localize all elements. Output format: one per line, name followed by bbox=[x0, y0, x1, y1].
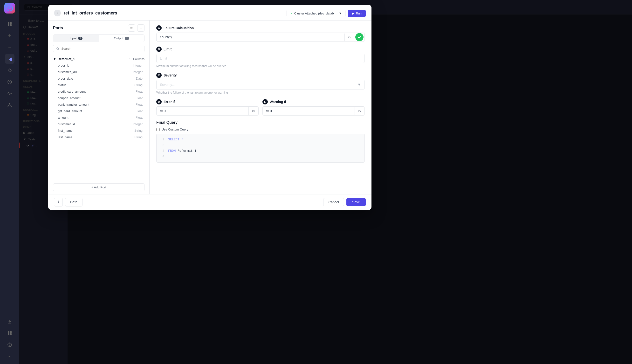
cluster-bar: ✓ Cluster Attached (dev_databr... ▼ ▶ Ru… bbox=[286, 10, 366, 17]
failure-calc-title: Failure Calcualtion bbox=[164, 26, 194, 30]
svg-rect-15 bbox=[8, 333, 10, 335]
limit-label-row: B Limit bbox=[156, 46, 365, 52]
code-blank-4 bbox=[168, 154, 170, 159]
modal-body: Ports ✏ + Input 1 Output bbox=[48, 20, 372, 194]
cluster-label: Cluster Attached (dev_databr... bbox=[294, 12, 338, 15]
use-custom-query-checkbox[interactable] bbox=[156, 128, 160, 131]
main-content: Proje... ← Back to p... ⬡ HelloW... Mode… bbox=[19, 0, 632, 364]
error-if-input[interactable] bbox=[156, 106, 248, 115]
error-if-badge: D bbox=[156, 99, 162, 104]
failure-calc-input-row: fx bbox=[156, 32, 365, 42]
limit-title: Limit bbox=[164, 47, 172, 51]
data-button[interactable]: Data bbox=[65, 198, 82, 206]
clock-icon[interactable] bbox=[5, 77, 14, 87]
more-icon[interactable]: ··· bbox=[5, 352, 14, 361]
column-row-order-date: order_date Date bbox=[53, 75, 144, 82]
column-type: Float bbox=[136, 96, 142, 100]
column-row-last-name: last_name String bbox=[53, 134, 144, 140]
activity-icon[interactable] bbox=[5, 89, 14, 98]
ports-edit-button[interactable]: ✏ bbox=[128, 24, 135, 32]
failure-calc-badge: A bbox=[156, 25, 162, 31]
svg-point-1 bbox=[8, 7, 11, 10]
cluster-attached-button[interactable]: ✓ Cluster Attached (dev_databr... ▼ bbox=[286, 10, 346, 17]
error-warning-section: D Error If fx E Warning If bbox=[156, 99, 365, 116]
column-row-first-name: first_name String bbox=[53, 127, 144, 134]
modal-footer: ℹ Data Cancel Save bbox=[48, 194, 372, 210]
failure-calc-fx-button[interactable]: fx bbox=[344, 34, 354, 41]
info-button[interactable]: ℹ bbox=[54, 198, 63, 206]
limit-section: B Limit Maximum number of failing record… bbox=[156, 46, 365, 68]
warning-if-badge: E bbox=[262, 99, 268, 104]
column-type: Float bbox=[136, 90, 142, 93]
modal-close-button[interactable]: × bbox=[54, 10, 61, 16]
cancel-button[interactable]: Cancel bbox=[323, 198, 344, 206]
column-group-header: ▼ Reformat_1 16 Columns bbox=[53, 55, 144, 62]
column-row-status: status String bbox=[53, 82, 144, 88]
back-nav-icon[interactable]: ← bbox=[5, 42, 14, 52]
tab-input-label: Input bbox=[70, 36, 77, 40]
severity-select[interactable]: Severity... ▼ bbox=[156, 80, 365, 90]
ports-add-button[interactable]: + bbox=[137, 24, 144, 32]
column-name: credit_card_amount bbox=[58, 90, 86, 93]
app-logo[interactable] bbox=[4, 3, 15, 14]
footer-left: ℹ Data bbox=[54, 198, 82, 206]
expand-arrow-icon[interactable]: ▼ bbox=[53, 57, 56, 61]
project-icon[interactable] bbox=[5, 19, 14, 29]
form-panel: A Failure Calcualtion fx bbox=[150, 20, 372, 194]
svg-point-9 bbox=[8, 106, 8, 107]
tab-output-label: Output bbox=[114, 36, 123, 40]
tag-icon[interactable] bbox=[5, 66, 14, 75]
code-block: 1 SELECT * 2 3 FROM Reformat_1 bbox=[156, 134, 365, 162]
svg-rect-14 bbox=[10, 331, 12, 333]
tab-input[interactable]: Input 1 bbox=[53, 35, 99, 42]
failure-calc-input[interactable] bbox=[156, 33, 344, 42]
warning-if-input[interactable] bbox=[263, 106, 354, 115]
modal-title: ref_int_orders_customers bbox=[64, 10, 117, 16]
column-name: gift_card_amount bbox=[58, 109, 82, 113]
column-row-coupon: coupon_amount Float bbox=[53, 95, 144, 101]
error-if-input-row: fx bbox=[156, 106, 258, 116]
svg-rect-4 bbox=[8, 24, 10, 26]
nodes-icon[interactable] bbox=[5, 100, 14, 110]
save-button[interactable]: Save bbox=[346, 198, 366, 206]
column-type: Float bbox=[136, 103, 142, 106]
limit-input[interactable] bbox=[156, 54, 365, 63]
add-port-button[interactable]: + Add Port bbox=[53, 183, 144, 191]
help-icon[interactable] bbox=[5, 340, 14, 350]
column-type: Float bbox=[136, 109, 142, 113]
code-blank-2 bbox=[168, 142, 170, 148]
column-row-order-id: order_id Integer bbox=[53, 62, 144, 69]
svg-rect-2 bbox=[8, 22, 10, 24]
error-if-fx-button[interactable]: fx bbox=[248, 107, 258, 115]
warning-if-fx-button[interactable]: fx bbox=[354, 107, 364, 115]
svg-rect-16 bbox=[10, 333, 12, 335]
ports-search-input[interactable] bbox=[61, 47, 141, 50]
column-row-customer-id0: customer_id0 Integer bbox=[53, 69, 144, 75]
line-num-3: 3 bbox=[160, 148, 164, 154]
cluster-chevron-icon: ▼ bbox=[339, 12, 342, 15]
diamond-icon[interactable] bbox=[5, 54, 14, 64]
run-button[interactable]: ▶ Run bbox=[348, 10, 366, 17]
column-type: Integer bbox=[133, 70, 142, 74]
svg-point-8 bbox=[9, 103, 10, 104]
column-type: Integer bbox=[133, 122, 142, 126]
tab-output[interactable]: Output 1 bbox=[99, 35, 144, 42]
plus-icon[interactable]: + bbox=[5, 31, 14, 40]
column-group-title: ▼ Reformat_1 bbox=[53, 57, 75, 61]
failure-calc-label-row: A Failure Calcualtion bbox=[156, 25, 365, 31]
svg-point-10 bbox=[11, 106, 12, 107]
error-if-label-row: D Error If bbox=[156, 99, 258, 104]
error-if-title: Error If bbox=[164, 100, 175, 104]
column-name: coupon_amount bbox=[58, 96, 80, 100]
grid-icon[interactable] bbox=[5, 328, 14, 338]
download-icon[interactable] bbox=[5, 317, 14, 326]
warning-if-label-row: E Warning If bbox=[262, 99, 365, 104]
column-name: customer_id0 bbox=[58, 70, 77, 74]
column-row-customer-id: customer_id Integer bbox=[53, 121, 144, 127]
sidebar: + ← ··· bbox=[0, 0, 19, 364]
column-name: status bbox=[58, 83, 66, 87]
column-list: ▼ Reformat_1 16 Columns order_id Integer… bbox=[48, 55, 149, 180]
ports-panel: Ports ✏ + Input 1 Output bbox=[48, 20, 150, 194]
group-name: Reformat_1 bbox=[58, 57, 75, 61]
ports-search-box bbox=[53, 45, 144, 52]
